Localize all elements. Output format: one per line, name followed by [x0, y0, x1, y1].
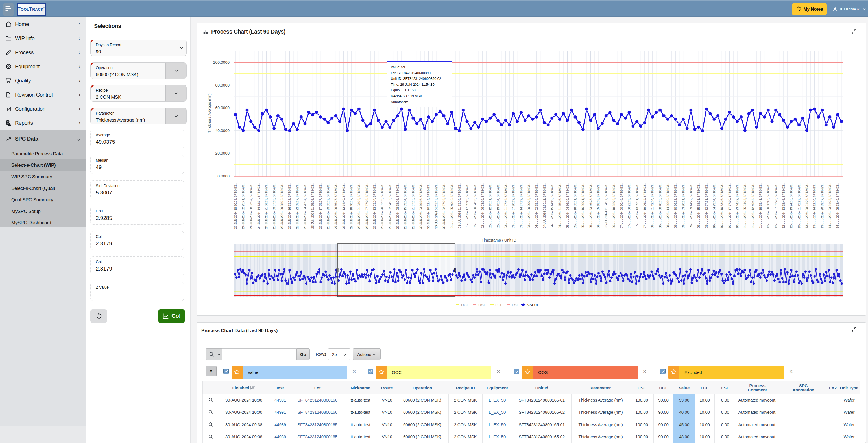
svg-text:12-JUL-2024 19:24:56, SFT8423.: 12-JUL-2024 19:24:56, SFT8423... — [789, 182, 793, 228]
svg-text:07-JUL-2024 13:59:31, SFT8423.: 07-JUL-2024 13:59:31, SFT8423... — [635, 182, 639, 228]
svg-text:08-JUL-2024 20:56:52, SFT8423.: 08-JUL-2024 20:56:52, SFT8423... — [674, 182, 677, 228]
svg-text:LCL: LCL — [495, 303, 502, 307]
svg-text:08-JUL-2024 14:36:50, SFT8423.: 08-JUL-2024 14:36:50, SFT8423... — [666, 182, 670, 228]
svg-text:05-JUL-2024 16:56:21, SFT8423.: 05-JUL-2024 16:56:21, SFT8423... — [581, 182, 585, 228]
svg-text:25-JUN-2024 16:13:02, SFT8423.: 25-JUN-2024 16:13:02, SFT8423... — [288, 182, 291, 229]
svg-text:09-JUL-2024 22:37:51, SFT8423.: 09-JUL-2024 22:37:51, SFT8423... — [705, 182, 708, 228]
svg-text:11-JUL-2024 12:46:44, SFT8423.: 11-JUL-2024 12:46:44, SFT8423... — [751, 182, 754, 228]
svg-text:29-JUN-2024 08:18:26, SFT8423.: 29-JUN-2024 08:18:26, SFT8423... — [396, 182, 399, 229]
svg-text:28-JUN-2024 01:03:36, SFT8423.: 28-JUN-2024 01:03:36, SFT8423... — [357, 182, 361, 229]
svg-text:40.0000: 40.0000 — [215, 128, 229, 133]
svg-text:25-JUN-2024 09:58:32, SFT8423.: 25-JUN-2024 09:58:32, SFT8423... — [280, 182, 283, 229]
svg-text:100.0000: 100.0000 — [213, 60, 230, 65]
svg-text:26-JUN-2024 17:35:27, SFT8423.: 26-JUN-2024 17:35:27, SFT8423... — [319, 182, 322, 229]
svg-text:13-JUL-2024 08:01:29, SFT8423.: 13-JUL-2024 08:01:29, SFT8423... — [805, 182, 808, 228]
svg-text:07-JUL-2024 00:10:48, SFT8423.: 07-JUL-2024 00:10:48, SFT8423... — [620, 182, 623, 228]
svg-text:05-JUL-2024 04:36:19, SFT8423.: 05-JUL-2024 04:36:19, SFT8423... — [566, 182, 569, 228]
svg-text:02-JUL-2024 12:13:31, SFT8423.: 02-JUL-2024 12:13:31, SFT8423... — [489, 182, 492, 228]
svg-text:Thickness Average (nm): Thickness Average (nm) — [207, 93, 212, 133]
svg-text:24-JUN-2024 02:25:41, SFT8423.: 24-JUN-2024 02:25:41, SFT8423... — [241, 182, 245, 229]
svg-text:28-JUN-2024 20:02:35, SFT8423.: 28-JUN-2024 20:02:35, SFT8423... — [380, 182, 384, 229]
svg-text:29-JUN-2024 21:07:36, SFT8423.: 29-JUN-2024 21:07:36, SFT8423... — [411, 182, 415, 229]
svg-text:UCL: UCL — [461, 303, 469, 307]
svg-text:05-JUL-2024 10:33:31, SFT8423.: 05-JUL-2024 10:33:31, SFT8423... — [574, 182, 577, 228]
svg-text:02-JUL-2024 19:43:34, SFT8423.: 02-JUL-2024 19:43:34, SFT8423... — [496, 182, 500, 228]
svg-text:06-JUL-2024 05:18:38, SFT8423.: 06-JUL-2024 05:18:38, SFT8423... — [597, 182, 600, 228]
svg-text:12-JUL-2024 07:52:28, SFT8423.: 12-JUL-2024 07:52:28, SFT8423... — [774, 182, 778, 228]
svg-text:10-JUL-2024 04:29:04, SFT8423.: 10-JUL-2024 04:29:04, SFT8423... — [712, 182, 716, 228]
svg-text:04-JUL-2024 02:19:15, SFT8423.: 04-JUL-2024 02:19:15, SFT8423... — [535, 182, 538, 228]
svg-text:28-JUN-2024 13:03:14, SFT8423.: 28-JUN-2024 13:03:14, SFT8423... — [373, 182, 376, 229]
svg-text:13-JUL-2024 14:22:10, SFT8423.: 13-JUL-2024 14:22:10, SFT8423... — [813, 182, 816, 228]
svg-text:02-JUL-2024 06:03:39, SFT8423.: 02-JUL-2024 06:03:39, SFT8423... — [481, 182, 484, 228]
svg-text:23-JUN-2024 19:20:09, SFT8423.: 23-JUN-2024 19:20:09, SFT8423... — [234, 182, 237, 229]
svg-text:13-JUL-2024 01:42:22, SFT8423.: 13-JUL-2024 01:42:22, SFT8423... — [798, 182, 801, 228]
svg-text:04-JUL-2024 21:15:05, SFT8423.: 04-JUL-2024 21:15:05, SFT8423... — [558, 182, 561, 228]
svg-text:60.0000: 60.0000 — [215, 105, 229, 110]
svg-text:30-JUN-2024 22:37:36, SFT8423.: 30-JUN-2024 22:37:36, SFT8423... — [442, 182, 445, 229]
svg-text:LSL: LSL — [512, 303, 519, 307]
svg-text:0.0000: 0.0000 — [217, 174, 229, 178]
svg-text:14-JUL-2024 09:13:49, SFT8423.: 14-JUL-2024 09:13:49, SFT8423... — [836, 182, 839, 228]
svg-text:30-JUN-2024 03:19:35, SFT8423.: 30-JUN-2024 03:19:35, SFT8423... — [419, 182, 423, 229]
svg-text:24-JUN-2024 14:52:34, SFT8423.: 24-JUN-2024 14:52:34, SFT8423... — [257, 182, 260, 229]
svg-text:29-JUN-2024 02:54:08, SFT8423.: 29-JUN-2024 02:54:08, SFT8423... — [388, 182, 392, 229]
svg-text:Timestamp / Unit ID: Timestamp / Unit ID — [482, 238, 516, 242]
svg-text:27-JUN-2024 12:14:40, SFT8423.: 27-JUN-2024 12:14:40, SFT8423... — [342, 182, 345, 229]
svg-text:11-JUL-2024 05:04:03, SFT8423.: 11-JUL-2024 05:04:03, SFT8423... — [743, 182, 747, 228]
svg-text:01-JUL-2024 11:23:06, SFT8423.: 01-JUL-2024 11:23:06, SFT8423... — [458, 182, 461, 228]
svg-text:26-JUN-2024 23:03:52, SFT8423.: 26-JUN-2024 23:03:52, SFT8423... — [327, 182, 330, 229]
svg-text:25-JUN-2024 22:05:27, SFT8423.: 25-JUN-2024 22:05:27, SFT8423... — [296, 182, 299, 229]
svg-text:USL: USL — [478, 303, 486, 307]
svg-text:27-JUN-2024 18:40:37, SFT8423.: 27-JUN-2024 18:40:37, SFT8423... — [349, 182, 353, 229]
svg-text:80.0000: 80.0000 — [215, 83, 229, 88]
svg-text:09-JUL-2024 09:44:22, SFT8423.: 09-JUL-2024 09:44:22, SFT8423... — [689, 182, 693, 228]
svg-text:03-JUL-2024 01:27:49, SFT8423.: 03-JUL-2024 01:27:49, SFT8423... — [504, 182, 507, 228]
svg-text:14-JUL-2024 03:31:03, SFT8423.: 14-JUL-2024 03:31:03, SFT8423... — [828, 182, 832, 228]
svg-text:10-JUL-2024 10:53:05, SFT8423.: 10-JUL-2024 10:53:05, SFT8423... — [720, 182, 723, 228]
svg-text:05-JUL-2024 23:46:28, SFT8423.: 05-JUL-2024 23:46:28, SFT8423... — [589, 182, 592, 228]
svg-text:07-JUL-2024 19:26:02, SFT8423.: 07-JUL-2024 19:26:02, SFT8423... — [643, 182, 646, 228]
svg-text:12-JUL-2024 13:18:45, SFT8423.: 12-JUL-2024 13:18:45, SFT8423... — [782, 182, 785, 228]
svg-text:09-JUL-2024 15:38:31, SFT8423.: 09-JUL-2024 15:38:31, SFT8423... — [697, 182, 700, 228]
svg-text:07-JUL-2024 06:21:09, SFT8423.: 07-JUL-2024 06:21:09, SFT8423... — [627, 182, 631, 228]
svg-text:04-JUL-2024 15:44:49, SFT8423.: 04-JUL-2024 15:44:49, SFT8423... — [550, 182, 554, 228]
svg-text:29-JUN-2024 15:09:34, SFT8423.: 29-JUN-2024 15:09:34, SFT8423... — [403, 182, 407, 229]
svg-text:26-JUN-2024 11:15:05, SFT8423.: 26-JUN-2024 11:15:05, SFT8423... — [311, 182, 314, 229]
svg-text:12-JUL-2024 00:36:43, SFT8423.: 12-JUL-2024 00:36:43, SFT8423... — [766, 182, 770, 228]
svg-text:26-JUN-2024 04:26:04, SFT8423.: 26-JUN-2024 04:26:04, SFT8423... — [303, 182, 307, 229]
svg-text:30-JUN-2024 16:11:06, SFT8423.: 30-JUN-2024 16:11:06, SFT8423... — [435, 182, 438, 229]
svg-text:08-JUL-2024 01:42:04, SFT8423.: 08-JUL-2024 01:42:04, SFT8423... — [651, 182, 654, 228]
svg-text:20.0000: 20.0000 — [215, 151, 229, 156]
svg-text:25-JUN-2024 03:37:03, SFT8423.: 25-JUN-2024 03:37:03, SFT8423... — [273, 182, 276, 229]
svg-text:03-JUL-2024 14:37:59, SFT8423.: 03-JUL-2024 14:37:59, SFT8423... — [520, 182, 523, 228]
svg-text:01-JUL-2024 05:40:12, SFT8423.: 01-JUL-2024 05:40:12, SFT8423... — [450, 182, 454, 228]
svg-text:28-JUN-2024 07:37:25, SFT8423.: 28-JUN-2024 07:37:25, SFT8423... — [365, 182, 369, 229]
svg-text:10-JUL-2024 17:17:30, SFT8423.: 10-JUL-2024 17:17:30, SFT8423... — [728, 182, 731, 228]
svg-text:13-JUL-2024 20:39:07, SFT8423.: 13-JUL-2024 20:39:07, SFT8423... — [820, 182, 824, 228]
svg-text:30-JUN-2024 10:52:43, SFT8423.: 30-JUN-2024 10:52:43, SFT8423... — [427, 182, 430, 229]
svg-text:11-JUL-2024 18:19:41, SFT8423.: 11-JUL-2024 18:19:41, SFT8423... — [759, 182, 762, 228]
svg-text:VALUE: VALUE — [527, 303, 539, 307]
svg-text:01-JUL-2024 17:35:45, SFT8423.: 01-JUL-2024 17:35:45, SFT8423... — [465, 182, 469, 228]
svg-text:09-JUL-2024 03:20:21, SFT8423.: 09-JUL-2024 03:20:21, SFT8423... — [682, 182, 685, 228]
svg-text:02-JUL-2024 00:04:36, SFT8423.: 02-JUL-2024 00:04:36, SFT8423... — [473, 182, 477, 228]
svg-text:06-JUL-2024 18:32:26, SFT8423.: 06-JUL-2024 18:32:26, SFT8423... — [612, 182, 616, 228]
svg-text:10-JUL-2024 23:44:42, SFT8423.: 10-JUL-2024 23:44:42, SFT8423... — [736, 182, 739, 228]
svg-text:27-JUN-2024 06:36:07, SFT8423.: 27-JUN-2024 06:36:07, SFT8423... — [334, 182, 337, 229]
svg-text:24-JUN-2024 08:03:04, SFT8423.: 24-JUN-2024 08:03:04, SFT8423... — [249, 182, 253, 229]
svg-text:04-JUL-2024 09:50:11, SFT8423.: 04-JUL-2024 09:50:11, SFT8423... — [543, 182, 546, 228]
svg-text:08-JUL-2024 08:48:35, SFT8423.: 08-JUL-2024 08:48:35, SFT8423... — [658, 182, 662, 228]
svg-text:24-JUN-2024 21:06:23, SFT8423.: 24-JUN-2024 21:06:23, SFT8423... — [265, 182, 268, 229]
svg-text:06-JUL-2024 11:04:07, SFT8423.: 06-JUL-2024 11:04:07, SFT8423... — [604, 182, 608, 228]
svg-text:03-JUL-2024 20:29:23, SFT8423.: 03-JUL-2024 20:29:23, SFT8423... — [527, 182, 531, 228]
svg-text:03-JUL-2024 07:20:29, SFT8423.: 03-JUL-2024 07:20:29, SFT8423... — [512, 182, 515, 228]
